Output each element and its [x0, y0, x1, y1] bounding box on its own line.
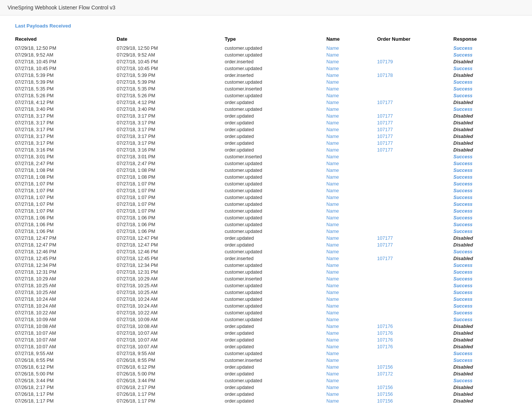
- name-link[interactable]: Name: [326, 208, 339, 214]
- order-link[interactable]: 107156: [377, 392, 393, 397]
- order-link[interactable]: 107176: [377, 324, 393, 329]
- name-link[interactable]: Name: [326, 175, 339, 180]
- cell-order[interactable]: 107172: [377, 371, 454, 377]
- cell-name[interactable]: Name: [326, 72, 377, 79]
- name-link[interactable]: Name: [326, 317, 339, 322]
- order-link[interactable]: 107177: [377, 127, 393, 132]
- name-link[interactable]: Name: [326, 256, 339, 261]
- cell-name[interactable]: Name: [326, 79, 377, 86]
- cell-name[interactable]: Name: [326, 296, 377, 303]
- name-link[interactable]: Name: [326, 86, 339, 92]
- cell-name[interactable]: Name: [326, 337, 377, 343]
- cell-order[interactable]: 107177: [377, 255, 454, 262]
- cell-name[interactable]: Name: [326, 282, 377, 289]
- cell-name[interactable]: Name: [326, 147, 377, 153]
- name-link[interactable]: Name: [326, 93, 339, 98]
- cell-name[interactable]: Name: [326, 65, 377, 72]
- cell-name[interactable]: Name: [326, 364, 377, 371]
- name-link[interactable]: Name: [326, 236, 339, 241]
- order-link[interactable]: 107177: [377, 120, 393, 126]
- name-link[interactable]: Name: [326, 392, 339, 397]
- name-link[interactable]: Name: [326, 181, 339, 187]
- cell-name[interactable]: Name: [326, 58, 377, 65]
- name-link[interactable]: Name: [326, 113, 339, 119]
- name-link[interactable]: Name: [326, 59, 339, 64]
- cell-name[interactable]: Name: [326, 92, 377, 99]
- name-link[interactable]: Name: [326, 351, 339, 356]
- cell-name[interactable]: Name: [326, 208, 377, 214]
- cell-name[interactable]: Name: [326, 174, 377, 181]
- cell-name[interactable]: Name: [326, 160, 377, 167]
- cell-name[interactable]: Name: [326, 140, 377, 147]
- cell-name[interactable]: Name: [326, 323, 377, 330]
- cell-name[interactable]: Name: [326, 167, 377, 174]
- name-link[interactable]: Name: [326, 310, 339, 316]
- cell-name[interactable]: Name: [326, 201, 377, 208]
- name-link[interactable]: Name: [326, 52, 339, 58]
- cell-order[interactable]: 107176: [377, 323, 454, 330]
- order-link[interactable]: 107176: [377, 337, 393, 343]
- name-link[interactable]: Name: [326, 195, 339, 200]
- name-link[interactable]: Name: [326, 134, 339, 139]
- cell-name[interactable]: Name: [326, 343, 377, 350]
- name-link[interactable]: Name: [326, 141, 339, 146]
- cell-name[interactable]: Name: [326, 106, 377, 113]
- name-link[interactable]: Name: [326, 337, 339, 343]
- cell-name[interactable]: Name: [326, 262, 377, 269]
- order-link[interactable]: 107156: [377, 385, 393, 390]
- cell-name[interactable]: Name: [326, 153, 377, 160]
- cell-name[interactable]: Name: [326, 248, 377, 255]
- cell-order[interactable]: 107156: [377, 384, 454, 391]
- name-link[interactable]: Name: [326, 344, 339, 349]
- name-link[interactable]: Name: [326, 107, 339, 112]
- cell-name[interactable]: Name: [326, 357, 377, 364]
- cell-order[interactable]: 107177: [377, 133, 454, 140]
- cell-order[interactable]: 107177: [377, 126, 454, 133]
- cell-name[interactable]: Name: [326, 309, 377, 316]
- name-link[interactable]: Name: [326, 168, 339, 173]
- name-link[interactable]: Name: [326, 242, 339, 248]
- name-link[interactable]: Name: [326, 80, 339, 85]
- name-link[interactable]: Name: [326, 276, 339, 282]
- cell-name[interactable]: Name: [326, 316, 377, 323]
- cell-order[interactable]: 107177: [377, 113, 454, 119]
- cell-name[interactable]: Name: [326, 194, 377, 201]
- cell-name[interactable]: Name: [326, 181, 377, 187]
- cell-name[interactable]: Name: [326, 242, 377, 248]
- cell-order[interactable]: 107177: [377, 242, 454, 248]
- cell-name[interactable]: Name: [326, 52, 377, 58]
- name-link[interactable]: Name: [326, 188, 339, 193]
- cell-name[interactable]: Name: [326, 391, 377, 398]
- name-link[interactable]: Name: [326, 249, 339, 254]
- name-link[interactable]: Name: [326, 290, 339, 295]
- name-link[interactable]: Name: [326, 222, 339, 227]
- cell-order[interactable]: 107176: [377, 343, 454, 350]
- cell-name[interactable]: Name: [326, 350, 377, 357]
- cell-name[interactable]: Name: [326, 133, 377, 140]
- name-link[interactable]: Name: [326, 215, 339, 221]
- name-link[interactable]: Name: [326, 147, 339, 153]
- name-link[interactable]: Name: [326, 100, 339, 105]
- cell-name[interactable]: Name: [326, 330, 377, 337]
- cell-order[interactable]: 107156: [377, 398, 454, 404]
- cell-name[interactable]: Name: [326, 214, 377, 221]
- name-link[interactable]: Name: [326, 324, 339, 329]
- name-link[interactable]: Name: [326, 378, 339, 383]
- cell-name[interactable]: Name: [326, 276, 377, 282]
- name-link[interactable]: Name: [326, 154, 339, 159]
- name-link[interactable]: Name: [326, 66, 339, 71]
- cell-name[interactable]: Name: [326, 187, 377, 194]
- name-link[interactable]: Name: [326, 303, 339, 309]
- order-link[interactable]: 107177: [377, 100, 393, 105]
- cell-order[interactable]: 107176: [377, 330, 454, 337]
- name-link[interactable]: Name: [326, 331, 339, 336]
- order-link[interactable]: 107178: [377, 73, 393, 78]
- cell-order[interactable]: 107179: [377, 58, 454, 65]
- name-link[interactable]: Name: [326, 365, 339, 370]
- name-link[interactable]: Name: [326, 358, 339, 363]
- cell-order[interactable]: 107177: [377, 99, 454, 106]
- name-link[interactable]: Name: [326, 73, 339, 78]
- cell-name[interactable]: Name: [326, 235, 377, 242]
- order-link[interactable]: 107176: [377, 331, 393, 336]
- name-link[interactable]: Name: [326, 398, 339, 404]
